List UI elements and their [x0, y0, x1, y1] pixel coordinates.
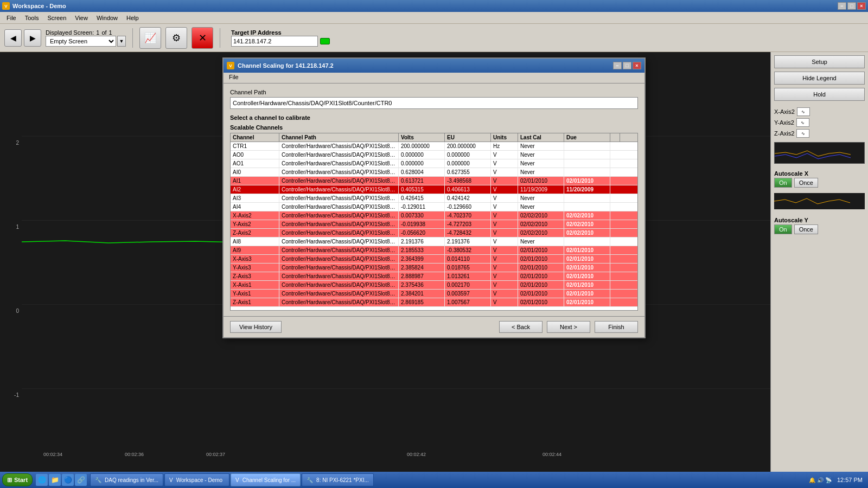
td-last-cal: 02/02/2010 [518, 220, 564, 228]
td-last-cal: Never [518, 203, 564, 211]
td-channel: X-Axis1 [231, 281, 279, 289]
select-channel-label: Select a channel to calibrate [230, 114, 638, 121]
table-body[interactable]: CTR1 Controller/Hardware/Chassis/DAQ/PXI… [231, 142, 637, 310]
dialog-close-button[interactable]: × [633, 62, 641, 69]
next-screen-button[interactable]: ▶ [24, 29, 41, 47]
td-volts: 2.384201 [399, 290, 445, 298]
table-row[interactable]: AI9 Controller/Hardware/Chassis/DAQ/PXI1… [231, 246, 637, 255]
menu-tools[interactable]: Tools [21, 14, 43, 22]
td-channel: X-Axis2 [231, 211, 279, 220]
menu-bar: File Tools Screen View Window Help [0, 12, 868, 24]
td-eu: 200.000000 [445, 142, 491, 150]
next-button[interactable]: Next > [547, 321, 590, 333]
browser-icon[interactable]: 🔵 [62, 474, 74, 486]
td-path: Controller/Hardware/Chassis/DAQ/PXI1Slot… [279, 194, 399, 202]
taskbar-item-1[interactable]: VWorkspace - Demo [164, 473, 229, 486]
table-row[interactable]: AI3 Controller/Hardware/Chassis/DAQ/PXI1… [231, 194, 637, 203]
channel-path-input[interactable] [230, 97, 638, 109]
screen-number: 1 [96, 29, 99, 36]
app-icon-quick[interactable]: 🔗 [75, 474, 87, 486]
view-history-button[interactable]: View History [230, 321, 282, 333]
td-eu: -4.702370 [445, 211, 491, 220]
table-row[interactable]: Z-Axis3 Controller/Hardware/Chassis/DAQ/… [231, 272, 637, 281]
td-last-cal: Never [518, 168, 564, 176]
td-last-cal: 02/01/2010 [518, 264, 564, 272]
td-volts: 0.628004 [399, 168, 445, 176]
td-due [564, 194, 610, 202]
back-button[interactable]: < Back [499, 321, 542, 333]
clock: 12:57 PM [834, 477, 866, 483]
table-row[interactable]: AO0 Controller/Hardware/Chassis/DAQ/PXI1… [231, 151, 637, 159]
td-units: V [491, 151, 518, 159]
taskbar-item-3[interactable]: 🔧8: NI PXI-6221 *PXI... [302, 473, 374, 486]
td-last-cal: 02/01/2010 [518, 290, 564, 298]
table-row[interactable]: X-Axis2 Controller/Hardware/Chassis/DAQ/… [231, 211, 637, 220]
toolbar-separator-1 [132, 28, 133, 48]
menu-view[interactable]: View [71, 14, 92, 22]
menu-window[interactable]: Window [92, 14, 122, 22]
td-volts: 2.375436 [399, 281, 445, 289]
toolbar-separator-2 [220, 28, 220, 48]
table-header: Channel Channel Path Volts EU Units Last… [231, 133, 637, 142]
taskbar-item-0[interactable]: 🔧DAQ readings in Ver... [90, 473, 163, 486]
finish-button[interactable]: Finish [595, 321, 638, 333]
explorer-icon[interactable]: 📁 [49, 474, 61, 486]
td-channel: AI9 [231, 246, 279, 254]
screen-select[interactable]: Empty Screen [46, 36, 116, 47]
td-volts: 2.888987 [399, 272, 445, 280]
target-ip-input[interactable] [231, 36, 318, 47]
dialog-maximize-button[interactable]: □ [623, 62, 631, 69]
td-path: Controller/Hardware/Chassis/DAQ/PXI1Slot… [279, 211, 399, 220]
td-last-cal: Never [518, 142, 564, 150]
td-units: V [491, 281, 518, 289]
settings-button[interactable]: ⚙ [165, 27, 187, 49]
td-path: Controller/Hardware/Chassis/DAQ/PXI1Slot… [279, 237, 399, 246]
taskbar-item-2[interactable]: VChannel Scaling for ... [231, 473, 301, 486]
table-row[interactable]: X-Axis3 Controller/Hardware/Chassis/DAQ/… [231, 255, 637, 264]
dialog-menu: File [224, 73, 644, 84]
table-row[interactable]: AI1 Controller/Hardware/Chassis/DAQ/PXI1… [231, 177, 637, 185]
app-icon: V [2, 2, 10, 10]
table-row[interactable]: AI8 Controller/Hardware/Chassis/DAQ/PXI1… [231, 237, 637, 246]
table-row[interactable]: X-Axis1 Controller/Hardware/Chassis/DAQ/… [231, 281, 637, 290]
td-path: Controller/Hardware/Chassis/DAQ/PXI1Slot… [279, 177, 399, 185]
td-due [564, 203, 610, 211]
chart-button[interactable]: 📈 [139, 27, 161, 49]
system-tray: 🔔 🔊 📡 [809, 477, 832, 483]
menu-help[interactable]: Help [122, 14, 143, 22]
table-row[interactable]: AI0 Controller/Hardware/Chassis/DAQ/PXI1… [231, 168, 637, 177]
prev-screen-button[interactable]: ◀ [4, 29, 22, 47]
table-row[interactable]: AI4 Controller/Hardware/Chassis/DAQ/PXI1… [231, 203, 637, 211]
dialog-minimize-button[interactable]: − [613, 62, 622, 69]
table-row[interactable]: CTR1 Controller/Hardware/Chassis/DAQ/PXI… [231, 142, 637, 151]
maximize-button[interactable]: □ [847, 2, 856, 10]
table-row[interactable]: Y-Axis1 Controller/Hardware/Chassis/DAQ/… [231, 290, 637, 298]
td-due: 02/01/2010 [564, 264, 610, 272]
td-eu: 0.000000 [445, 159, 491, 168]
target-ip-section: Target IP Address [231, 29, 330, 47]
td-units: V [491, 220, 518, 228]
table-row[interactable]: Z-Axis1 Controller/Hardware/Chassis/DAQ/… [231, 298, 637, 307]
table-row[interactable]: AO1 Controller/Hardware/Chassis/DAQ/PXI1… [231, 159, 637, 168]
td-eu: 0.002170 [445, 281, 491, 289]
table-row[interactable]: AI2 Controller/Hardware/Chassis/DAQ/PXI1… [231, 185, 637, 194]
displayed-screen-label: Displayed Screen: [46, 29, 94, 36]
dialog-controls: − □ × [613, 62, 641, 69]
stop-button[interactable]: ✕ [192, 27, 213, 49]
td-channel: AI2 [231, 185, 279, 194]
start-button[interactable]: ⊞ Start [2, 473, 33, 486]
minimize-button[interactable]: − [838, 2, 846, 10]
td-due: 02/02/2010 [564, 220, 610, 228]
menu-screen[interactable]: Screen [43, 14, 71, 22]
close-button[interactable]: × [857, 2, 866, 10]
table-row[interactable]: Y-Axis3 Controller/Hardware/Chassis/DAQ/… [231, 264, 637, 272]
table-row[interactable]: Z-Axis2 Controller/Hardware/Chassis/DAQ/… [231, 229, 637, 237]
td-units: V [491, 290, 518, 298]
td-units: V [491, 203, 518, 211]
ie-icon[interactable]: 🌐 [36, 474, 48, 486]
menu-file[interactable]: File [2, 14, 21, 22]
td-last-cal: 02/02/2010 [518, 229, 564, 237]
screen-dropdown-button[interactable]: ▼ [117, 36, 126, 47]
table-row[interactable]: Y-Axis2 Controller/Hardware/Chassis/DAQ/… [231, 220, 637, 229]
dialog-menu-file[interactable]: File [226, 73, 242, 81]
